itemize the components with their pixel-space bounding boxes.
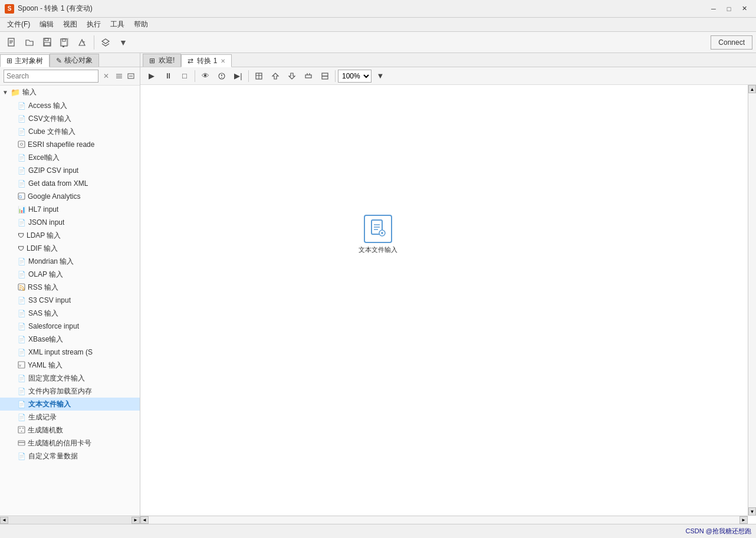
tree-item-filetoram[interactable]: 📄 文件内容加载至内存: [0, 385, 140, 398]
preview-button[interactable]: 👁: [198, 69, 213, 83]
tree-root-folder[interactable]: ▼ 📁 输入: [0, 86, 140, 99]
open-button[interactable]: [21, 34, 38, 51]
new-button[interactable]: [4, 34, 20, 51]
item-icon-customvar: 📄: [18, 452, 26, 460]
search-input[interactable]: [4, 70, 98, 83]
tree-item-label-filetoram: 文件内容加载至内存: [28, 386, 92, 396]
connect-button[interactable]: Connect: [711, 35, 752, 50]
menu-file[interactable]: 文件(F): [2, 18, 35, 31]
zoom-dropdown-button[interactable]: ▼: [373, 69, 388, 83]
close-button[interactable]: ✕: [737, 3, 751, 15]
canvas-area[interactable]: 文本文件输入: [140, 85, 748, 516]
tree-item-customvar[interactable]: 📄 自定义常量数据: [0, 450, 140, 462]
svg-point-34: [221, 77, 222, 78]
tab-core-objects[interactable]: ✎ 核心对象: [50, 54, 99, 67]
workspace: ⊞ 主对象树 ✎ 核心对象 ✕: [0, 53, 756, 524]
hscroll-canvas-left-btn[interactable]: ◄: [140, 516, 149, 524]
expand-all-button[interactable]: [114, 71, 124, 81]
menu-run[interactable]: 执行: [82, 18, 106, 31]
right-panel: ⊞ 欢迎! ⇄ 转换 1 ✕ ▶ ⏸ □ 👁 ▶|: [140, 53, 756, 524]
canvas-toolbar: ▶ ⏸ □ 👁 ▶|: [140, 67, 756, 85]
menu-edit[interactable]: 编辑: [35, 18, 58, 31]
menu-help[interactable]: 帮助: [129, 18, 153, 31]
maximize-button[interactable]: □: [722, 3, 736, 15]
tree-item-googleanalytics[interactable]: G Google Analytics: [0, 190, 140, 203]
tree-item-ldif[interactable]: 🛡 LDIF 输入: [0, 242, 140, 255]
tree-item-olap[interactable]: 📄 OLAP 输入: [0, 268, 140, 281]
preview-data-button[interactable]: [251, 69, 267, 83]
collapse-all-button[interactable]: [126, 71, 136, 81]
left-panel-hscroll[interactable]: ◄ ►: [0, 516, 140, 524]
tree-item-fixedwidth[interactable]: 📄 固定宽度文件输入: [0, 372, 140, 385]
tree-item-rss[interactable]: RSS 输入: [0, 281, 140, 294]
tree-item-cube[interactable]: 📄 Cube 文件输入: [0, 125, 140, 138]
tree-container[interactable]: ▼ 📁 输入 📄 Access 输入 📄 CSV文件输入 📄 Cube 文件输入: [0, 86, 140, 516]
run-button[interactable]: ▶: [144, 69, 159, 83]
tree-item-xmlstream[interactable]: 📄 XML input stream (S: [0, 346, 140, 359]
item-icon-cube: 📄: [18, 128, 26, 136]
item-icon-s3csv: 📄: [18, 297, 26, 304]
tree-item-label-gencc: 生成随机的信用卡号: [28, 438, 91, 448]
layers-expand-button[interactable]: ▼: [115, 34, 132, 51]
svg-marker-39: [289, 73, 295, 79]
tab-transform1-close[interactable]: ✕: [221, 58, 225, 64]
tree-item-hl7[interactable]: 📊 HL7 input: [0, 203, 140, 216]
canvas-hscrollbar[interactable]: ◄ ►: [140, 516, 748, 524]
tab-transform1[interactable]: ⇄ 转换 1 ✕: [181, 54, 232, 67]
step-button[interactable]: ▶|: [231, 69, 246, 83]
tree-item-getxml[interactable]: 📄 Get data from XML: [0, 177, 140, 190]
hscroll-canvas-right-btn[interactable]: ►: [739, 516, 748, 524]
layers-button[interactable]: [97, 34, 114, 51]
item-icon-salesforce: 📄: [18, 323, 26, 330]
tab-welcome[interactable]: ⊞ 欢迎!: [143, 54, 181, 67]
tree-item-yaml[interactable]: Y YAML 输入: [0, 359, 140, 372]
vscroll-down-btn[interactable]: ▼: [748, 507, 756, 516]
toolbar-separator-1: [94, 35, 94, 50]
tree-item-genrandom[interactable]: 生成随机数: [0, 424, 140, 437]
canvas-node-textinput[interactable]: 文本文件输入: [359, 215, 397, 254]
tree-item-gencc[interactable]: 生成随机的信用卡号: [0, 437, 140, 450]
tree-item-json[interactable]: 📄 JSON input: [0, 216, 140, 229]
tree-item-excel[interactable]: 📄 Excel输入: [0, 151, 140, 164]
menu-view[interactable]: 视图: [58, 18, 82, 31]
tree-item-sas[interactable]: 📄 SAS 输入: [0, 307, 140, 320]
tree-item-textinput[interactable]: 📄 文本文件输入: [0, 398, 140, 411]
save-all-button[interactable]: [57, 34, 73, 51]
tree-item-xbase[interactable]: 📄 XBase输入: [0, 333, 140, 346]
extract-button[interactable]: [284, 69, 300, 83]
settings-button[interactable]: [301, 69, 316, 83]
tree-item-label-s3csv: S3 CSV input: [28, 296, 71, 304]
tree-item-esri[interactable]: ESRI shapefile reade: [0, 138, 140, 151]
debug-button[interactable]: [214, 69, 229, 83]
tab-main-objects[interactable]: ⊞ 主对象树: [0, 54, 50, 67]
search-clear-button[interactable]: ✕: [101, 71, 111, 81]
menu-tools[interactable]: 工具: [106, 18, 129, 31]
tree-item-genlog[interactable]: 📄 生成记录: [0, 411, 140, 424]
tree-item-csv[interactable]: 📄 CSV文件输入: [0, 112, 140, 125]
item-icon-ldif: 🛡: [18, 245, 24, 252]
svg-point-27: [19, 428, 21, 429]
tree-item-ldap[interactable]: 🛡 LDAP 输入: [0, 229, 140, 242]
tab-welcome-icon: ⊞: [149, 57, 155, 65]
tree-item-s3csv[interactable]: 📄 S3 CSV input: [0, 294, 140, 307]
save-button[interactable]: [39, 34, 55, 51]
left-panel: ⊞ 主对象树 ✎ 核心对象 ✕: [0, 53, 140, 524]
tab-welcome-label: 欢迎!: [159, 55, 175, 65]
vscroll-up-btn[interactable]: ▲: [748, 85, 756, 93]
explore-button[interactable]: [74, 34, 91, 51]
tree-item-access[interactable]: 📄 Access 输入: [0, 99, 140, 112]
hscroll-right-btn[interactable]: ►: [132, 517, 140, 524]
hscroll-left-btn[interactable]: ◄: [0, 517, 8, 524]
zoom-select[interactable]: 50% 75% 100% 150% 200%: [338, 70, 372, 83]
stop-button[interactable]: □: [177, 69, 192, 83]
align-button[interactable]: [317, 69, 333, 83]
pause-button[interactable]: ⏸: [160, 69, 176, 83]
search-area: ✕: [0, 67, 140, 86]
minimize-button[interactable]: ─: [706, 3, 721, 15]
tree-item-salesforce[interactable]: 📄 Salesforce input: [0, 320, 140, 333]
inject-button[interactable]: [268, 69, 283, 83]
tree-item-gzip[interactable]: 📄 GZIP CSV input: [0, 164, 140, 177]
tree-item-mondrian[interactable]: 📄 Mondrian 输入: [0, 255, 140, 268]
tree-item-label-excel: Excel输入: [28, 153, 60, 163]
canvas-vscrollbar[interactable]: ▲ ▼: [748, 85, 756, 516]
